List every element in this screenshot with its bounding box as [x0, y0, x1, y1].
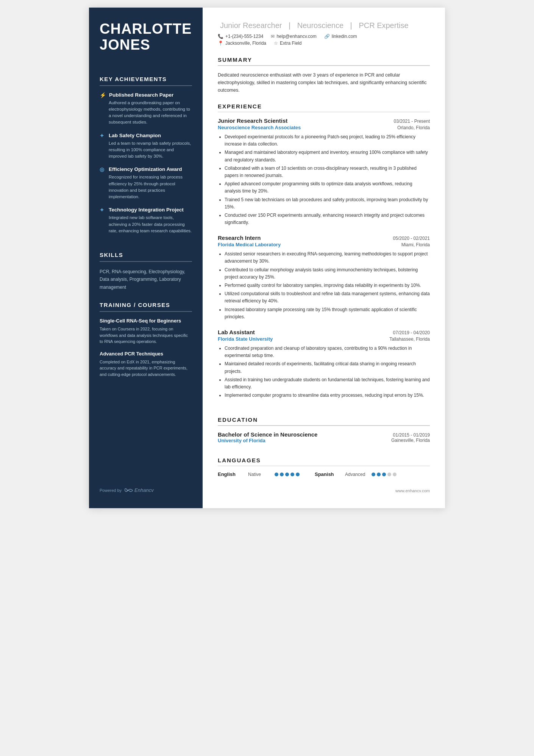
- training-title: TRAINING / COURSES: [100, 302, 192, 308]
- bullet: Performed quality control for laboratory…: [225, 282, 430, 289]
- bullet: Trained 5 new lab technicians on lab pro…: [225, 196, 430, 211]
- languages-row: English Native Spanish Advanced: [218, 471, 430, 477]
- achievement-icon-3: ✦: [100, 207, 106, 213]
- dot: [387, 473, 391, 476]
- exp-date-2: 07/2019 - 04/2020: [393, 330, 430, 335]
- exp-title-0: Junior Research Scientist: [218, 117, 287, 124]
- main-header: Junior Researcher | Neuroscience | PCR E…: [218, 21, 430, 47]
- languages-section: LANGUAGES English Native Spanish: [218, 457, 430, 477]
- bullet: Assisted senior researchers in executing…: [225, 250, 430, 265]
- exp-entry-2: Lab Assistant 07/2019 - 04/2020 Florida …: [218, 329, 430, 399]
- edu-institution-0: University of Florida: [218, 438, 265, 443]
- exp-company-0: Neuroscience Research Associates: [218, 125, 301, 130]
- main-header-title: Junior Researcher | Neuroscience | PCR E…: [218, 21, 430, 30]
- achievement-item-2: ◎ Efficiency Optimization Award Recogniz…: [100, 166, 192, 200]
- training-desc-1: Completed on EdX in 2021, emphasizing ac…: [100, 359, 192, 378]
- dot: [275, 473, 278, 476]
- training-section: TRAINING / COURSES Single-Cell RNA-Seq f…: [100, 291, 192, 383]
- achievement-icon-2: ◎: [100, 166, 106, 172]
- main-content: Junior Researcher | Neuroscience | PCR E…: [203, 8, 445, 508]
- training-title-1: Advanced PCR Techniques: [100, 351, 192, 357]
- achievement-item-0: ⚡ Published Research Paper Authored a gr…: [100, 92, 192, 126]
- bullet: Collaborated with a team of 10 scientist…: [225, 165, 430, 179]
- languages-divider: [218, 466, 430, 466]
- training-item-0: Single-Cell RNA-Seq for Beginners Taken …: [100, 318, 192, 344]
- achievement-desc-3: Integrated new lab software tools, achie…: [100, 214, 192, 234]
- lang-level-1: Advanced: [345, 472, 368, 477]
- languages-title: LANGUAGES: [218, 457, 430, 463]
- achievement-desc-0: Authored a groundbreaking paper on elect…: [100, 100, 192, 126]
- exp-bullets-2: Coordinated preparation and cleanup of l…: [218, 345, 430, 399]
- exp-entry-0: Junior Research Scientist 03/2021 - Pres…: [218, 117, 430, 226]
- bullet: Managed and maintained laboratory equipm…: [225, 149, 430, 163]
- exp-entry-1: Research Intern 05/2020 - 02/2021 Florid…: [218, 235, 430, 321]
- bullet: Implemented computer programs to streaml…: [225, 392, 430, 399]
- achievements-divider: [100, 85, 192, 86]
- dot: [285, 473, 289, 476]
- bullet: Contributed to cellular morphology analy…: [225, 266, 430, 281]
- achievement-item-3: ✦ Technology Integration Project Integra…: [100, 207, 192, 234]
- summary-text: Dedicated neuroscience enthusiast with o…: [218, 71, 430, 94]
- dot: [393, 473, 397, 476]
- achievement-desc-2: Recognized for increasing lab process ef…: [100, 174, 192, 200]
- bullet: Developed experimental protocols for a p…: [225, 133, 430, 148]
- dot: [296, 473, 300, 476]
- bullet: Maintained detailed records of experimen…: [225, 360, 430, 375]
- lang-dots-1: [372, 473, 397, 476]
- experience-section: EXPERIENCE Junior Research Scientist 03/…: [218, 103, 430, 408]
- skills-title: SKILLS: [100, 252, 192, 258]
- skills-section: SKILLS PCR, RNA-sequencing, Electrophysi…: [100, 241, 192, 291]
- exp-title-2: Lab Assistant: [218, 329, 255, 335]
- achievement-item-1: ✦ Lab Safety Champion Led a team to reva…: [100, 133, 192, 160]
- skills-text: PCR, RNA-sequencing, Electrophysiology, …: [100, 268, 192, 291]
- bullet: Applied advanced computer programming sk…: [225, 180, 430, 195]
- edu-degree-0: Bachelor of Science in Neuroscience: [218, 431, 317, 438]
- dot: [290, 473, 294, 476]
- lang-level-0: Native: [248, 472, 271, 477]
- training-desc-0: Taken on Coursera in 2022, focusing on w…: [100, 326, 192, 345]
- achievement-icon-0: ⚡: [100, 92, 106, 98]
- summary-divider: [218, 65, 430, 66]
- achievements-title: KEY ACHIEVEMENTS: [100, 76, 192, 82]
- contact-location: 📍 Jacksonville, Florida: [218, 41, 266, 46]
- training-item-1: Advanced PCR Techniques Completed on EdX…: [100, 351, 192, 377]
- email-icon: ✉: [271, 34, 275, 39]
- lang-item-1: Spanish Advanced: [315, 471, 397, 477]
- bullet: Conducted over 150 PCR experiments annua…: [225, 212, 430, 226]
- exp-location-1: Miami, Florida: [401, 242, 430, 247]
- experience-divider: [218, 112, 430, 113]
- star-icon: ☆: [274, 41, 278, 46]
- bullet: Increased laboratory sample processing r…: [225, 306, 430, 321]
- lang-dots-0: [275, 473, 300, 476]
- phone-icon: 📞: [218, 34, 223, 39]
- exp-date-0: 03/2021 - Present: [394, 119, 430, 124]
- lang-name-0: English: [218, 471, 244, 477]
- bullet: Coordinated preparation and cleanup of l…: [225, 345, 430, 359]
- achievement-desc-1: Led a team to revamp lab safety protocol…: [100, 140, 192, 160]
- training-title-0: Single-Cell RNA-Seq for Beginners: [100, 318, 192, 324]
- exp-location-0: Orlando, Florida: [397, 125, 430, 130]
- linkedin-icon: 🔗: [324, 34, 330, 39]
- dot: [372, 473, 375, 476]
- achievement-icon-1: ✦: [100, 133, 106, 139]
- title-sep-1: |: [289, 21, 290, 30]
- sidebar: CHARLOTTE JONES KEY ACHIEVEMENTS ⚡ Publi…: [89, 8, 203, 508]
- location-icon: 📍: [218, 41, 223, 46]
- summary-section: SUMMARY Dedicated neuroscience enthusias…: [218, 56, 430, 94]
- education-title: EDUCATION: [218, 416, 430, 423]
- candidate-name: CHARLOTTE JONES: [100, 21, 192, 53]
- exp-bullets-1: Assisted senior researchers in executing…: [218, 250, 430, 321]
- contact-email: ✉ help@enhancv.com: [271, 34, 316, 39]
- contact-phone: 📞 +1-(234)-555-1234: [218, 34, 263, 39]
- education-divider: [218, 425, 430, 426]
- lang-name-1: Spanish: [315, 471, 341, 477]
- enhancv-brand-name: Enhancv: [134, 487, 154, 493]
- dot: [280, 473, 284, 476]
- main-footer: www.enhancv.com: [218, 477, 430, 493]
- edu-location-0: Gainesville, Florida: [391, 438, 430, 443]
- enhancv-logo: Enhancv: [125, 487, 154, 493]
- achievements-section: KEY ACHIEVEMENTS ⚡ Published Research Pa…: [100, 65, 192, 241]
- enhancv-infinity-icon: [125, 488, 133, 493]
- education-section: EDUCATION Bachelor of Science in Neurosc…: [218, 416, 430, 448]
- bullet: Assisted in training two undergraduate s…: [225, 376, 430, 391]
